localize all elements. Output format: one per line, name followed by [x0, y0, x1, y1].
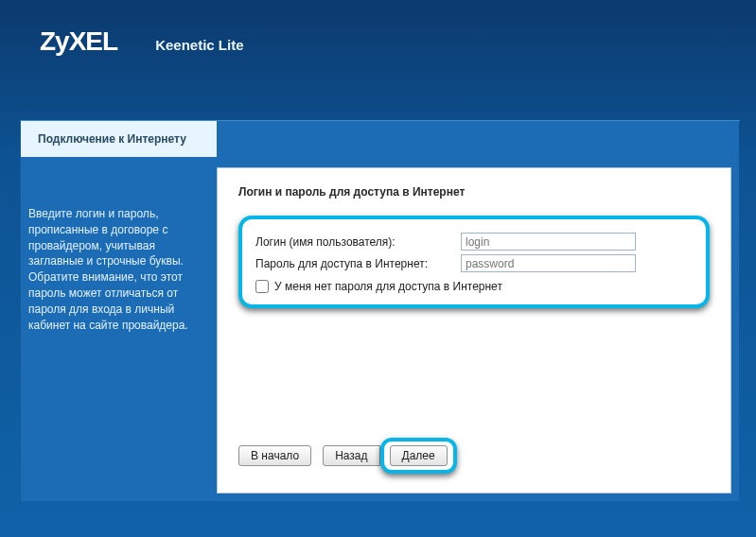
wizard-button-bar: В начало Назад Далее	[238, 438, 457, 474]
no-password-checkbox[interactable]	[255, 280, 269, 293]
next-button[interactable]: Далее	[390, 445, 448, 466]
tab-internet-connection[interactable]: Подключение к Интернету	[21, 121, 217, 157]
main-panel: Подключение к Интернету Введите логин и …	[21, 121, 739, 501]
no-password-label: У меня нет пароля для доступа в Интернет	[274, 280, 502, 293]
content-area: Логин и пароль для доступа в Интернет Ло…	[217, 167, 731, 494]
section-title: Логин и пароль для доступа в Интернет	[238, 185, 710, 199]
back-button[interactable]: Назад	[323, 445, 379, 466]
password-input[interactable]	[461, 254, 636, 272]
device-model: Keenetic Lite	[155, 37, 243, 53]
home-button[interactable]: В начало	[238, 445, 311, 466]
login-label: Логин (имя пользователя):	[255, 235, 449, 249]
app-header: ZyXEL Keenetic Lite	[0, 0, 756, 57]
sidebar-help-text: Введите логин и пароль, прописанные в до…	[28, 206, 210, 333]
next-highlight: Далее	[380, 438, 457, 474]
password-label: Пароль для доступа в Интернет:	[255, 257, 449, 270]
credentials-highlight: Логин (имя пользователя): Пароль для дос…	[238, 216, 710, 308]
login-input[interactable]	[461, 233, 636, 251]
brand-logo: ZyXEL	[40, 26, 117, 57]
